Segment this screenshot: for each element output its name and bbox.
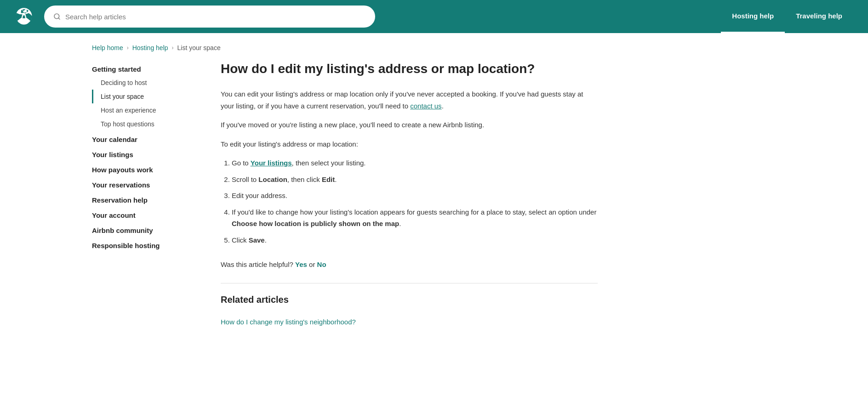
contact-us-link[interactable]: contact us bbox=[410, 102, 441, 110]
sidebar-item-deciding-to-host[interactable]: Deciding to host bbox=[92, 76, 193, 90]
sidebar-section-your-calendar[interactable]: Your calendar bbox=[92, 131, 193, 146]
article-para-1: You can edit your listing's address or m… bbox=[221, 88, 598, 112]
sidebar: Getting started Deciding to host List yo… bbox=[92, 57, 193, 329]
sidebar-section-your-listings[interactable]: Your listings bbox=[92, 146, 193, 161]
helpful-or: or bbox=[309, 260, 317, 268]
sidebar-section-how-payouts-work[interactable]: How payouts work bbox=[92, 161, 193, 176]
your-listings-link[interactable]: Your listings bbox=[251, 159, 292, 167]
nav-traveling-help[interactable]: Traveling help bbox=[785, 0, 853, 33]
step-2: Scroll to Location, then click Edit. bbox=[232, 174, 598, 186]
sidebar-section-responsible-hosting[interactable]: Responsible hosting bbox=[92, 237, 193, 252]
sidebar-item-list-your-space[interactable]: List your space bbox=[92, 90, 193, 103]
logo[interactable] bbox=[15, 7, 33, 26]
breadcrumb-home[interactable]: Help home bbox=[92, 44, 123, 51]
breadcrumb-current: List your space bbox=[177, 44, 221, 51]
related-article-1[interactable]: How do I change my listing's neighborhoo… bbox=[221, 314, 598, 329]
breadcrumb-hosting-help[interactable]: Hosting help bbox=[132, 44, 168, 51]
section-divider bbox=[221, 283, 598, 283]
helpful-section: Was this article helpful? Yes or No bbox=[221, 260, 598, 268]
search-icon bbox=[53, 13, 61, 20]
header-nav: Hosting help Traveling help bbox=[721, 0, 853, 33]
article-steps: Go to Your listings, then select your li… bbox=[232, 157, 598, 246]
step-3: Edit your address. bbox=[232, 190, 598, 202]
article-content: How do I edit my listing's address or ma… bbox=[221, 57, 598, 329]
related-articles-title: Related articles bbox=[221, 294, 598, 305]
svg-line-1 bbox=[58, 18, 60, 19]
helpful-prompt: Was this article helpful? bbox=[221, 260, 293, 268]
step-1: Go to Your listings, then select your li… bbox=[232, 157, 598, 169]
site-header: Hosting help Traveling help bbox=[0, 0, 868, 33]
search-bar[interactable] bbox=[44, 6, 375, 28]
step-4: If you'd like to change how your listing… bbox=[232, 206, 598, 230]
sidebar-item-top-host-questions[interactable]: Top host questions bbox=[92, 117, 193, 131]
breadcrumb-sep-1: › bbox=[127, 45, 129, 51]
sidebar-section-airbnb-community[interactable]: Airbnb community bbox=[92, 222, 193, 237]
breadcrumb: Help home › Hosting help › List your spa… bbox=[0, 33, 868, 57]
step-5: Click Save. bbox=[232, 234, 598, 246]
sidebar-section-your-reservations[interactable]: Your reservations bbox=[92, 176, 193, 192]
nav-hosting-help[interactable]: Hosting help bbox=[721, 0, 785, 33]
article-para-2: If you've moved or you're listing a new … bbox=[221, 119, 598, 131]
sidebar-item-host-an-experience[interactable]: Host an experience bbox=[92, 103, 193, 117]
breadcrumb-sep-2: › bbox=[172, 45, 174, 51]
article-para-3: To edit your listing's address or map lo… bbox=[221, 138, 598, 150]
helpful-yes[interactable]: Yes bbox=[295, 260, 307, 268]
search-input[interactable] bbox=[65, 13, 366, 21]
article-title: How do I edit my listing's address or ma… bbox=[221, 61, 598, 77]
article-body: You can edit your listing's address or m… bbox=[221, 88, 598, 246]
main-layout: Getting started Deciding to host List yo… bbox=[0, 57, 644, 357]
sidebar-section-getting-started[interactable]: Getting started bbox=[92, 61, 193, 76]
sidebar-section-reservation-help[interactable]: Reservation help bbox=[92, 192, 193, 207]
sidebar-section-your-account[interactable]: Your account bbox=[92, 207, 193, 222]
helpful-no[interactable]: No bbox=[317, 260, 326, 268]
